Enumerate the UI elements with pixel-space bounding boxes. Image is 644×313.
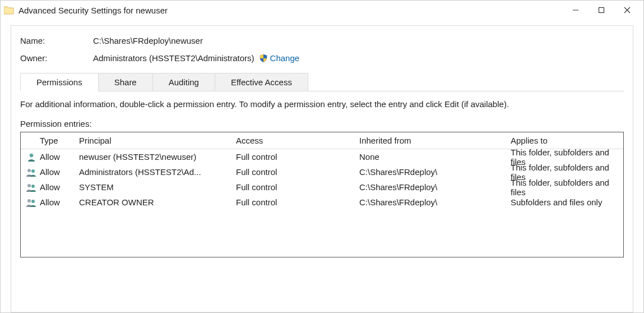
tab-effective-access[interactable]: Effective Access <box>215 73 308 91</box>
content-area: Name: C:\Shares\FRdeploy\newuser Owner: … <box>11 25 633 312</box>
tab-auditing[interactable]: Auditing <box>152 73 215 91</box>
cell-inherited: None <box>359 152 511 162</box>
folder-icon <box>4 6 14 15</box>
cell-type: Allow <box>40 182 79 192</box>
cell-applies: This folder, subfolders and files <box>511 178 621 197</box>
cell-inherited: C:\Shares\FRdeploy\ <box>359 197 511 207</box>
cell-principal: SYSTEM <box>79 182 236 192</box>
name-row: Name: C:\Shares\FRdeploy\newuser <box>20 36 624 45</box>
svg-point-6 <box>31 169 35 173</box>
name-value: C:\Shares\FRdeploy\newuser <box>93 36 203 45</box>
minimize-button[interactable] <box>563 2 589 19</box>
window-title: Advanced Security Settings for newuser <box>18 6 563 15</box>
owner-value: Administrators (HSSTEST2\Administrators) <box>93 53 254 63</box>
owner-label: Owner: <box>20 53 93 63</box>
principal-icon <box>23 152 40 162</box>
cell-access: Full control <box>236 167 359 177</box>
permission-entries-label: Permission entries: <box>20 119 624 128</box>
cell-access: Full control <box>236 197 359 207</box>
svg-point-5 <box>27 169 31 172</box>
col-applies-header[interactable]: Applies to <box>511 136 621 145</box>
cell-type: Allow <box>40 197 79 207</box>
svg-point-9 <box>27 199 31 202</box>
cell-access: Full control <box>236 182 359 192</box>
cell-principal: newuser (HSSTEST2\newuser) <box>79 152 236 162</box>
grid-body: Allownewuser (HSSTEST2\newuser)Full cont… <box>21 149 623 210</box>
svg-point-7 <box>27 184 31 187</box>
cell-principal: CREATOR OWNER <box>79 197 236 207</box>
col-type-header[interactable]: Type <box>40 136 79 145</box>
info-text: For additional information, double-click… <box>20 99 624 109</box>
close-button[interactable] <box>614 2 640 19</box>
svg-point-10 <box>31 200 35 203</box>
cell-inherited: C:\Shares\FRdeploy\ <box>359 167 511 177</box>
principal-icon <box>23 197 40 208</box>
titlebar: Advanced Security Settings for newuser <box>1 1 643 20</box>
tab-permissions[interactable]: Permissions <box>20 73 99 91</box>
shield-icon <box>259 54 268 63</box>
col-principal-header[interactable]: Principal <box>79 136 236 145</box>
principal-icon <box>23 167 40 177</box>
tab-share[interactable]: Share <box>98 73 153 91</box>
cell-type: Allow <box>40 167 79 177</box>
change-owner-link[interactable]: Change <box>270 53 300 63</box>
cell-inherited: C:\Shares\FRdeploy\ <box>359 182 511 192</box>
col-access-header[interactable]: Access <box>236 136 359 145</box>
maximize-button[interactable] <box>589 2 614 19</box>
owner-row: Owner: Administrators (HSSTEST2\Administ… <box>20 53 624 63</box>
window-controls <box>563 2 640 19</box>
cell-access: Full control <box>236 152 359 162</box>
svg-rect-1 <box>599 8 604 13</box>
grid-header: Type Principal Access Inherited from App… <box>21 132 623 149</box>
principal-icon <box>23 182 40 192</box>
svg-point-4 <box>30 153 33 156</box>
cell-applies: Subfolders and files only <box>511 197 621 207</box>
name-label: Name: <box>20 36 93 45</box>
permissions-grid: Type Principal Access Inherited from App… <box>20 132 624 257</box>
window-frame: Advanced Security Settings for newuser N… <box>0 0 644 313</box>
svg-point-8 <box>31 185 35 188</box>
cell-principal: Administrators (HSSTEST2\Ad... <box>79 167 236 177</box>
tab-strip: Permissions Share Auditing Effective Acc… <box>20 73 624 91</box>
table-row[interactable]: AllowSYSTEMFull controlC:\Shares\FRdeplo… <box>21 179 623 195</box>
col-inherited-header[interactable]: Inherited from <box>359 136 511 145</box>
cell-type: Allow <box>40 152 79 162</box>
table-row[interactable]: AllowCREATOR OWNERFull controlC:\Shares\… <box>21 195 623 210</box>
